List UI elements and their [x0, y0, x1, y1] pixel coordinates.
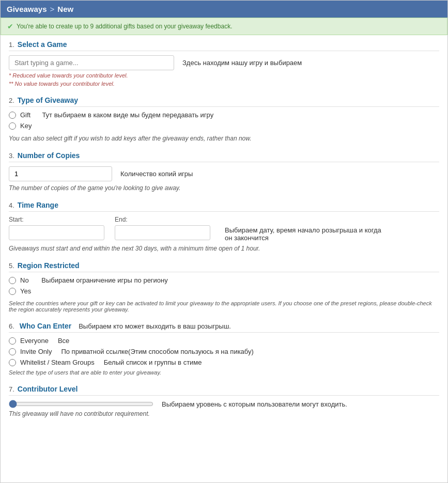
end-input[interactable]	[115, 225, 210, 240]
header: Giveaways > New	[1, 1, 447, 18]
time-range-row: Start: End: Выбираем дату, время начало …	[9, 216, 439, 242]
radio-gift-label[interactable]: Gift	[20, 111, 30, 119]
section-select-game-header: 1. Select a Game	[9, 40, 439, 51]
who-enter-note: Select the type of users that are able t…	[9, 369, 439, 376]
radio-key[interactable]	[9, 122, 16, 130]
radio-everyone[interactable]	[9, 337, 16, 345]
radio-yes-row: Yes	[9, 287, 31, 295]
copies-annotation: Количество копий игры	[120, 170, 193, 178]
game-note1: * Reduced value towards your contributor…	[9, 72, 439, 79]
section-2-title: Type of Giveaway	[18, 96, 78, 104]
section-3-title: Number of Copies	[18, 151, 80, 160]
contributor-annotation: Выбираем уровень с которым пользователи …	[162, 400, 347, 408]
game-note2: ** No value towards your contributor lev…	[9, 81, 439, 87]
section-7-number: 7.	[9, 385, 14, 393]
invite-annotation: По приватной ссылке(Этим способом пользу…	[61, 348, 253, 355]
radio-yes-label[interactable]: Yes	[20, 287, 31, 295]
section-copies: 3. Number of Copies Количество копий игр…	[9, 151, 439, 192]
radio-key-label[interactable]: Key	[20, 122, 32, 130]
section-6-title: Who Can Enter	[20, 322, 71, 330]
notice-text: You're able to create up to 9 additional…	[17, 23, 232, 30]
radio-gift-row: Gift	[9, 111, 32, 119]
main-content: 1. Select a Game Здесь находим нашу игру…	[1, 35, 447, 437]
radio-whitelist-row: Whitelist / Steam Groups Белый список и …	[9, 359, 439, 366]
section-contributor: 7. Contributor Level Выбираем уровень с …	[9, 385, 439, 417]
region-note: Select the countries where your gift or …	[9, 300, 439, 313]
game-search-input[interactable]	[9, 55, 174, 70]
radio-whitelist-label[interactable]: Whitelist / Steam Groups	[20, 359, 95, 366]
radio-gift[interactable]	[9, 112, 16, 119]
check-circle-icon: ✔	[7, 22, 13, 30]
copies-note: The number of copies of the game you're …	[9, 184, 439, 192]
section-4-number: 4.	[9, 201, 14, 209]
time-note: Giveaways must start and end within the …	[9, 245, 439, 252]
game-search-row: Здесь находим нашу игру и выбираем	[9, 55, 439, 70]
section-region: 5. Region Restricted No Yes Выбираем огр…	[9, 261, 439, 313]
section-6-number: 6.	[9, 322, 14, 330]
section-time-header: 4. Time Range	[9, 201, 439, 212]
who-enter-section-header: 6. Who Can Enter Выбираем кто может выхо…	[9, 322, 439, 333]
section-region-header: 5. Region Restricted	[9, 261, 439, 272]
time-start-field: Start:	[9, 216, 104, 240]
section-2-number: 2.	[9, 97, 14, 104]
breadcrumb-separator: >	[50, 5, 55, 13]
copies-input[interactable]	[9, 166, 112, 181]
radio-whitelist[interactable]	[9, 359, 16, 366]
section-7-title: Contributor Level	[18, 385, 78, 393]
radio-invite-row: Invite Only По приватной ссылке(Этим спо…	[9, 348, 439, 355]
start-input[interactable]	[9, 225, 104, 240]
slider-row: Выбираем уровень с которым пользователи …	[9, 400, 439, 408]
page-wrapper: Giveaways > New ✔ You're able to create …	[0, 0, 448, 483]
region-radio-group: No Yes	[9, 276, 31, 295]
section-5-number: 5.	[9, 262, 14, 270]
notice-bar: ✔ You're able to create up to 9 addition…	[1, 18, 447, 35]
who-enter-radio-group: Everyone Все Invite Only По приватной сс…	[9, 337, 439, 366]
breadcrumb-current: New	[57, 5, 73, 13]
section-1-title: Select a Game	[18, 40, 67, 49]
game-search-annotation: Здесь находим нашу игру и выбираем	[182, 59, 302, 67]
type-note: You can also select gift if you wish to …	[9, 135, 439, 142]
radio-everyone-label[interactable]: Everyone	[20, 337, 49, 345]
section-4-title: Time Range	[18, 201, 58, 209]
radio-region-yes[interactable]	[9, 288, 16, 295]
region-annotation: Выбираем ограничение игры по региону	[41, 276, 168, 284]
type-annotation: Тут выбираем в каком виде мы будем перед…	[42, 111, 213, 119]
copies-row: Количество копий игры	[9, 166, 439, 181]
radio-invite[interactable]	[9, 348, 16, 355]
contributor-note: This giveaway will have no contributor r…	[9, 410, 439, 417]
section-who-enter: 6. Who Can Enter Выбираем кто может выхо…	[9, 322, 439, 376]
contributor-slider[interactable]	[9, 400, 153, 408]
section-select-game: 1. Select a Game Здесь находим нашу игру…	[9, 40, 439, 87]
type-radio-group: Gift Key	[9, 111, 32, 130]
section-copies-header: 3. Number of Copies	[9, 151, 439, 162]
breadcrumb-giveaways-link[interactable]: Giveaways	[7, 5, 47, 13]
whitelist-annotation: Белый список и группы в стиме	[104, 359, 202, 366]
radio-key-row: Key	[9, 122, 32, 130]
time-end-field: End:	[115, 216, 210, 240]
radio-no-row: No	[9, 276, 31, 284]
section-time-range: 4. Time Range Start: End: Выбираем дату,…	[9, 201, 439, 252]
section-1-number: 1.	[9, 41, 14, 49]
section-3-number: 3.	[9, 152, 14, 160]
start-label: Start:	[9, 216, 104, 223]
who-enter-header-annotation: Выбираем кто может выходить в ваш розыгр…	[79, 322, 231, 330]
time-annotation: Выбираем дату, время начало розыгрыша и …	[225, 226, 390, 242]
everyone-annotation: Все	[58, 337, 69, 345]
section-type-header: 2. Type of Giveaway	[9, 96, 439, 107]
radio-region-no[interactable]	[9, 277, 16, 284]
radio-everyone-row: Everyone Все	[9, 337, 439, 345]
section-contributor-header: 7. Contributor Level	[9, 385, 439, 396]
radio-invite-label[interactable]: Invite Only	[20, 348, 52, 355]
end-label: End:	[115, 216, 210, 223]
section-5-title: Region Restricted	[18, 261, 80, 270]
radio-no-label[interactable]: No	[20, 276, 29, 284]
section-type-of-giveaway: 2. Type of Giveaway Gift Key Тут выбирае…	[9, 96, 439, 142]
